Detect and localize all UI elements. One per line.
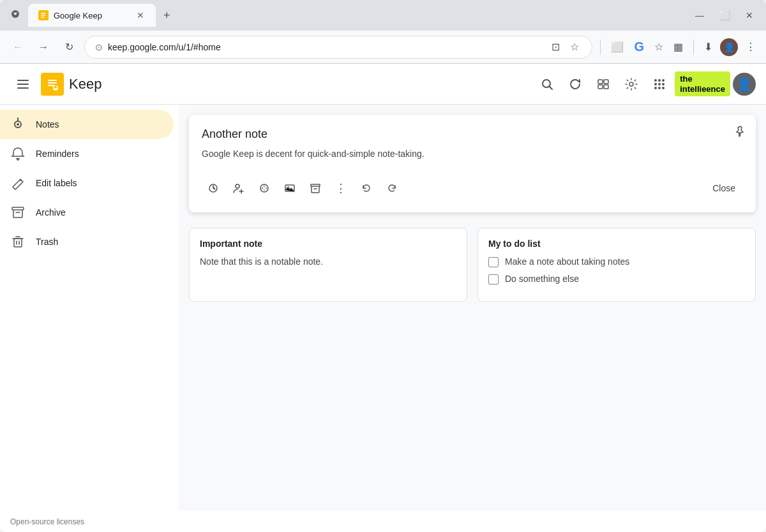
note-card-important[interactable]: Important note Note that this is a notab… [189, 228, 467, 302]
sidebar-item-archive[interactable]: Archive [0, 198, 174, 227]
google-apps-button[interactable] [647, 71, 672, 97]
todo-item-0: Make a note about taking notes [488, 256, 745, 267]
tab-close-button[interactable]: ✕ [135, 9, 146, 22]
notes-area: Another note Google Keep is decent for q… [179, 105, 766, 510]
svg-point-47 [262, 188, 264, 189]
svg-rect-17 [598, 85, 603, 89]
svg-point-21 [658, 79, 661, 82]
sidebar-reminders-label: Reminders [36, 149, 79, 159]
todo-checkbox-1[interactable] [488, 274, 499, 284]
tab-bar: Google Keep ✕ + [28, 4, 685, 27]
collaborator-tool-button[interactable] [227, 177, 250, 200]
search-button[interactable] [534, 71, 560, 97]
minimize-button[interactable]: — [690, 8, 709, 23]
notes-grid: Important note Note that this is a notab… [189, 228, 756, 302]
edit-labels-icon [10, 176, 26, 190]
close-note-button[interactable]: Close [705, 179, 743, 197]
google-account-icon[interactable]: G [631, 37, 647, 57]
svg-rect-3 [17, 80, 29, 81]
sidebar-archive-label: Archive [36, 207, 66, 218]
reload-button[interactable]: ↻ [59, 37, 79, 57]
reading-list-icon[interactable]: ☆ [652, 38, 666, 55]
svg-point-24 [658, 83, 661, 85]
more-tool-button[interactable]: ⋮ [329, 177, 352, 200]
undo-tool-button[interactable] [355, 177, 378, 200]
new-tab-button[interactable]: + [158, 6, 176, 25]
note-card-todo-items: Make a note about taking notes Do someth… [488, 256, 745, 284]
tab-favicon [38, 10, 49, 20]
active-tab[interactable]: Google Keep ✕ [28, 4, 156, 27]
sidebar-edit-labels-label: Edit labels [36, 178, 77, 188]
user-avatar[interactable]: 👤 [733, 73, 756, 96]
settings-button[interactable] [619, 71, 644, 97]
open-source-link[interactable]: Open-source licenses [10, 517, 84, 526]
svg-point-23 [654, 83, 657, 85]
window-controls: — ⬜ ✕ [690, 8, 758, 23]
reminder-tool-button[interactable] [202, 177, 225, 200]
chrome-menu-icon[interactable]: ⋮ [743, 38, 758, 55]
sidebar: Notes Reminders Edit labels [0, 105, 179, 510]
maximize-button[interactable]: ⬜ [714, 8, 735, 23]
sidebar-item-notes[interactable]: Notes [0, 110, 174, 139]
todo-item-text-0: Make a note about taking notes [505, 256, 629, 267]
image-tool-button[interactable] [278, 177, 301, 200]
bookmark-icon[interactable]: ☆ [567, 38, 582, 55]
pin-button[interactable] [733, 125, 746, 141]
browser-profile-avatar[interactable]: 👤 [720, 38, 738, 56]
svg-rect-4 [17, 84, 29, 85]
note-card-content-0: Note that this is a notable note. [200, 256, 456, 267]
svg-point-26 [654, 87, 657, 89]
refresh-button[interactable] [562, 71, 588, 97]
svg-rect-5 [17, 87, 29, 89]
main-content: Notes Reminders Edit labels [0, 105, 766, 510]
expanded-note-title: Another note [202, 128, 743, 141]
sidebar-item-reminders[interactable]: Reminders [0, 139, 174, 168]
svg-rect-37 [14, 239, 22, 247]
expanded-note: Another note Google Keep is decent for q… [189, 115, 756, 212]
archive-tool-button[interactable] [304, 177, 327, 200]
cast-icon[interactable]: ⊡ [549, 38, 562, 55]
chrome-dropdown[interactable] [8, 6, 23, 24]
title-bar: Google Keep ✕ + — ⬜ ✕ [0, 0, 766, 31]
todo-item-1: Do something else [488, 274, 745, 284]
menu-toggle-button[interactable] [10, 71, 36, 97]
svg-point-48 [264, 186, 266, 188]
footer: Open-source licenses [0, 510, 766, 532]
reminders-icon [10, 147, 26, 161]
download-icon[interactable]: ⬇ [702, 38, 715, 55]
app-header: Keep the [0, 64, 766, 105]
expanded-note-content: Google Keep is decent for quick-and-simp… [202, 149, 743, 159]
svg-rect-6 [45, 77, 60, 92]
divider2 [693, 40, 694, 55]
back-button[interactable]: ← [8, 37, 28, 57]
trash-icon [10, 235, 26, 249]
sidebar-item-trash[interactable]: Trash [0, 227, 174, 256]
redo-tool-button[interactable] [380, 177, 403, 200]
sidebar-toggle-icon[interactable]: ▦ [671, 38, 686, 55]
svg-point-28 [662, 87, 665, 89]
color-tool-button[interactable] [253, 177, 276, 200]
svg-point-27 [658, 87, 661, 89]
close-window-button[interactable]: ✕ [740, 8, 758, 23]
note-toolbar: ⋮ Close [202, 172, 743, 200]
notes-icon [10, 117, 26, 131]
security-icon: ⊙ [95, 42, 103, 52]
note-card-title-1: My to do list [488, 239, 745, 249]
svg-point-22 [662, 79, 665, 82]
todo-checkbox-0[interactable] [488, 257, 499, 267]
svg-line-14 [550, 86, 553, 89]
svg-rect-35 [12, 207, 24, 210]
svg-rect-12 [54, 87, 57, 88]
forward-button[interactable]: → [33, 37, 54, 57]
view-toggle-button[interactable] [590, 71, 616, 97]
sidebar-item-edit-labels[interactable]: Edit labels [0, 168, 174, 198]
todo-item-text-1: Do something else [505, 274, 579, 284]
browser-extensions-icon[interactable]: ⬜ [608, 38, 626, 55]
svg-point-43 [236, 184, 239, 188]
sidebar-notes-label: Notes [36, 119, 59, 129]
note-card-todo[interactable]: My to do list Make a note about taking n… [477, 228, 756, 302]
svg-rect-18 [604, 85, 608, 89]
svg-rect-8 [48, 82, 57, 84]
svg-rect-15 [598, 80, 603, 84]
url-bar[interactable]: ⊙ keep.google.com/u/1/#home ⊡ ☆ [84, 36, 592, 59]
